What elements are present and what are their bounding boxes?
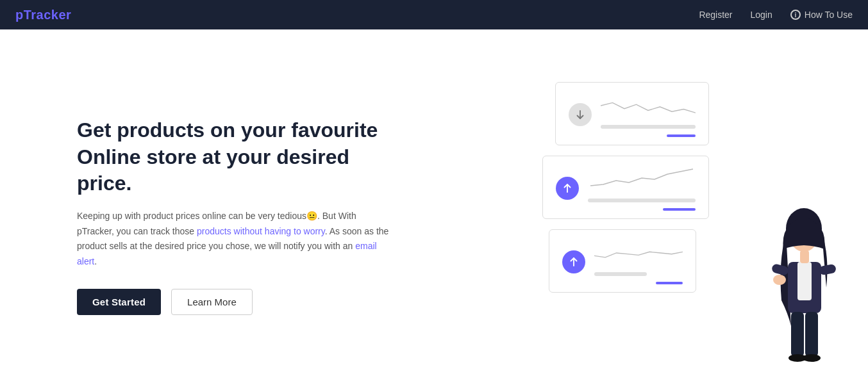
chart-icon-down-1 bbox=[569, 103, 592, 126]
person-illustration bbox=[753, 198, 855, 390]
hero-title: Get products on your favourite Online st… bbox=[77, 117, 396, 197]
hero-section: Get products on your favourite Online st… bbox=[0, 29, 434, 390]
sparkline-2 bbox=[588, 167, 696, 192]
brand-logo[interactable]: pTracker bbox=[15, 8, 71, 22]
register-link[interactable]: Register bbox=[699, 10, 732, 20]
login-link[interactable]: Login bbox=[751, 10, 772, 20]
chart-accent-2 bbox=[663, 208, 695, 211]
learn-more-button[interactable]: Learn More bbox=[171, 289, 253, 315]
chart-accent-1 bbox=[667, 134, 695, 137]
svg-rect-14 bbox=[800, 250, 809, 263]
hero-buttons: Get Started Learn More bbox=[77, 289, 396, 315]
chart-bar-2 bbox=[588, 199, 696, 202]
arrow-down-icon bbox=[574, 109, 586, 120]
person-svg bbox=[753, 198, 855, 390]
svg-point-13 bbox=[803, 354, 821, 362]
sparkline-3 bbox=[594, 240, 683, 266]
chart-icon-up-2 bbox=[556, 177, 579, 200]
chart-card-1 bbox=[555, 82, 709, 145]
hero-right bbox=[434, 29, 868, 390]
arrow-up-icon-2 bbox=[568, 256, 580, 268]
info-icon: i bbox=[790, 10, 801, 20]
highlight-email: email alert bbox=[77, 241, 377, 266]
chart-card-3 bbox=[549, 229, 696, 293]
chart-icon-up-3 bbox=[562, 250, 585, 273]
highlight-products: products without having to worry bbox=[197, 226, 325, 236]
chart-body-3 bbox=[594, 240, 683, 284]
get-started-button[interactable]: Get Started bbox=[77, 289, 161, 315]
how-to-use-link[interactable]: i How To Use bbox=[790, 10, 853, 20]
svg-rect-8 bbox=[819, 264, 837, 275]
chart-body-1 bbox=[601, 93, 696, 137]
chart-accent-3 bbox=[656, 282, 682, 284]
hero-description: Keeping up with product prices online ca… bbox=[77, 209, 396, 270]
navbar: pTracker Register Login i How To Use bbox=[0, 0, 868, 29]
chart-card-2 bbox=[542, 156, 709, 219]
nav-links: Register Login i How To Use bbox=[699, 10, 853, 20]
arrow-up-icon bbox=[562, 183, 573, 194]
svg-point-9 bbox=[773, 275, 786, 285]
sparkline-1 bbox=[601, 93, 696, 118]
svg-rect-6 bbox=[797, 262, 812, 300]
chart-bar-3 bbox=[594, 272, 647, 276]
svg-rect-11 bbox=[805, 312, 818, 357]
chart-bar-1 bbox=[601, 125, 696, 129]
chart-cards bbox=[536, 82, 741, 313]
main-content: Get products on your favourite Online st… bbox=[0, 29, 868, 390]
chart-body-2 bbox=[588, 167, 696, 211]
svg-rect-10 bbox=[791, 312, 804, 357]
